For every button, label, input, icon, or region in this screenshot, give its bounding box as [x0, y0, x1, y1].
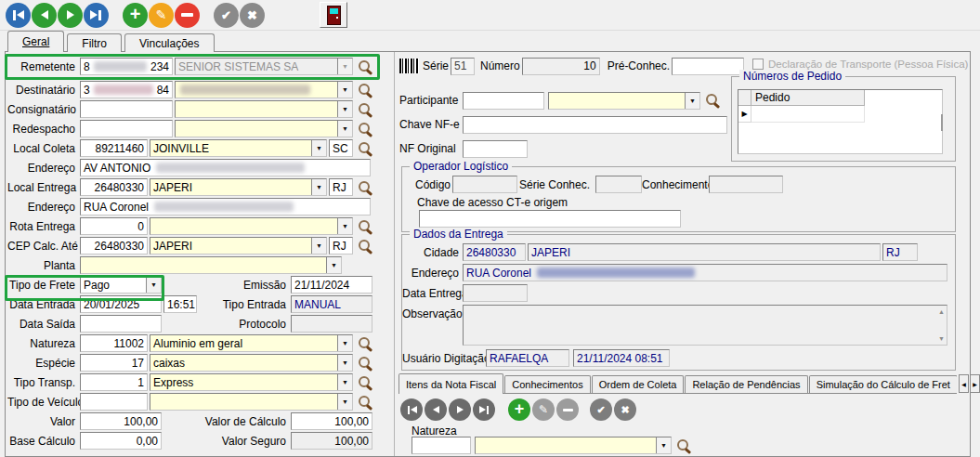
remetente-search-icon[interactable]: [358, 59, 372, 74]
cep-calc-search-icon[interactable]: [358, 239, 372, 254]
local-entrega-cep-field[interactable]: 26480330: [80, 178, 148, 196]
tipo-veiculo-combo[interactable]: [150, 393, 353, 411]
especie-code-field[interactable]: 17: [80, 354, 148, 372]
data-entrada-date-field[interactable]: 20/01/2025: [80, 295, 162, 313]
local-entrega-combo[interactable]: JAPERI: [150, 178, 327, 196]
detail-cancel-button[interactable]: [614, 398, 636, 421]
detail-natureza-code-field[interactable]: [412, 437, 471, 454]
emissao-field[interactable]: 21/11/2024: [291, 276, 372, 294]
edit-button[interactable]: [149, 3, 174, 28]
redespacho-combo[interactable]: [175, 120, 353, 137]
especie-combo[interactable]: caixas: [150, 354, 353, 372]
detail-next-record-button[interactable]: [449, 398, 471, 421]
tab-conhecimentos[interactable]: Conhecimentos: [504, 375, 590, 393]
endereco-coleta-field[interactable]: AV ANTONIO: [80, 159, 371, 176]
pedido-scrollbar-thumb[interactable]: [941, 114, 943, 131]
chave-cte-field[interactable]: [419, 210, 681, 228]
remetente-code-field[interactable]: 8 234: [80, 58, 173, 75]
cep-calc-cep-field[interactable]: 26480330: [80, 237, 148, 255]
tab-ordem-coleta[interactable]: Ordem de Coleta: [592, 375, 685, 393]
redespacho-search-icon[interactable]: [358, 122, 372, 137]
cep-calc-uf-field[interactable]: RJ: [329, 237, 353, 255]
destinatario-code-field[interactable]: 3 84: [80, 81, 173, 98]
delete-button[interactable]: [175, 3, 200, 28]
remetente-combo[interactable]: SENIOR SISTEMAS SA: [175, 58, 353, 75]
consignatario-search-icon[interactable]: [358, 102, 372, 117]
cep-calc-combo[interactable]: JAPERI: [150, 237, 327, 255]
local-entrega-uf-field[interactable]: RJ: [329, 178, 353, 196]
detail-edit-button[interactable]: [532, 398, 555, 421]
destinatario-combo[interactable]: [175, 81, 353, 98]
redespacho-code-field[interactable]: [80, 120, 173, 137]
detail-confirm-button[interactable]: [590, 398, 612, 421]
detail-delete-button[interactable]: [556, 398, 579, 421]
exit-button[interactable]: [320, 2, 347, 28]
pedido-cell[interactable]: [751, 106, 865, 123]
tab-filtro[interactable]: Filtro: [67, 33, 122, 52]
consignatario-code-field[interactable]: [80, 100, 173, 118]
detail-last-record-button[interactable]: [473, 398, 495, 421]
local-coleta-search-icon[interactable]: [358, 141, 372, 156]
consignatario-combo[interactable]: [175, 100, 353, 118]
tipo-veiculo-code-field[interactable]: [80, 393, 148, 411]
tipo-frete-combo[interactable]: Pago: [80, 276, 162, 294]
add-button[interactable]: [123, 3, 148, 28]
confirm-button[interactable]: [214, 3, 239, 28]
tab-scroll-right-button[interactable]: [970, 374, 980, 393]
scroll-down-icon[interactable]: [938, 335, 945, 342]
local-coleta-uf-field[interactable]: SC: [329, 139, 353, 157]
natureza-search-icon[interactable]: [358, 336, 372, 351]
tab-geral[interactable]: Geral: [7, 31, 64, 52]
planta-combo[interactable]: [80, 256, 342, 274]
natureza-code-field[interactable]: 11002: [80, 334, 148, 352]
numero-field: 10: [522, 58, 600, 75]
tipo-transp-code-field[interactable]: 1: [80, 373, 148, 391]
scroll-up-icon[interactable]: [938, 308, 945, 315]
detail-tab-scroller: [958, 374, 980, 393]
rota-entrega-search-icon[interactable]: [358, 219, 372, 234]
especie-search-icon[interactable]: [358, 356, 372, 371]
pedido-row[interactable]: [738, 106, 942, 123]
detail-add-button[interactable]: [508, 398, 530, 421]
participante-code-field[interactable]: [463, 92, 544, 110]
detail-previous-record-button[interactable]: [425, 398, 447, 421]
participante-combo[interactable]: [548, 92, 700, 110]
valor-field[interactable]: 100,00: [80, 412, 162, 430]
declaracao-checkbox[interactable]: [752, 59, 764, 70]
pre-conhec-field[interactable]: [672, 58, 744, 75]
rota-entrega-combo[interactable]: [150, 217, 353, 235]
rota-entrega-code-field[interactable]: 0: [80, 217, 148, 235]
tab-relacao-pendencias[interactable]: Relação de Pendências: [685, 375, 807, 393]
valor-calculo-field[interactable]: 100,00: [291, 412, 372, 430]
local-coleta-combo[interactable]: JOINVILLE: [150, 139, 327, 157]
next-record-button[interactable]: [58, 3, 83, 28]
detail-first-record-button[interactable]: [400, 398, 423, 421]
data-saida-field[interactable]: [80, 315, 162, 333]
last-record-button[interactable]: [84, 3, 109, 28]
natureza-combo[interactable]: Aluminio em geral: [150, 334, 353, 352]
tipo-transp-combo[interactable]: Express: [150, 373, 353, 391]
previous-record-button[interactable]: [32, 3, 57, 28]
endereco-entrega-field[interactable]: RUA Coronel: [80, 198, 371, 215]
tab-scroll-left-button[interactable]: [959, 374, 969, 393]
row-tipo-frete: Tipo de Frete Pago Emissão 21/11/2024: [7, 276, 372, 294]
tipo-veiculo-search-icon[interactable]: [358, 395, 372, 410]
tab-itens-nota-fiscal[interactable]: Itens da Nota Fiscal: [399, 373, 503, 394]
first-record-button[interactable]: [6, 3, 31, 28]
observacao-field[interactable]: [463, 305, 947, 346]
local-coleta-cep-field[interactable]: 89211460: [80, 139, 148, 157]
tipo-transp-search-icon[interactable]: [358, 375, 372, 390]
local-entrega-search-icon[interactable]: [358, 180, 372, 195]
detail-natureza-search-icon[interactable]: [676, 438, 691, 453]
chave-nfe-field[interactable]: [463, 116, 727, 134]
destinatario-search-icon[interactable]: [358, 83, 372, 98]
detail-natureza-combo[interactable]: [475, 437, 672, 454]
tab-vinculacoes[interactable]: Vinculações: [124, 33, 215, 52]
tab-simulacao-calculo-frete[interactable]: Simulação do Cálculo de Fret: [809, 375, 957, 393]
data-entrada-time-field[interactable]: 16:51: [163, 295, 197, 313]
detail-toolbar: [400, 398, 638, 421]
nf-original-field[interactable]: [463, 140, 528, 158]
base-calculo-field[interactable]: 0,00: [80, 432, 162, 450]
cancel-button[interactable]: [240, 3, 265, 28]
participante-search-icon[interactable]: [705, 93, 720, 108]
